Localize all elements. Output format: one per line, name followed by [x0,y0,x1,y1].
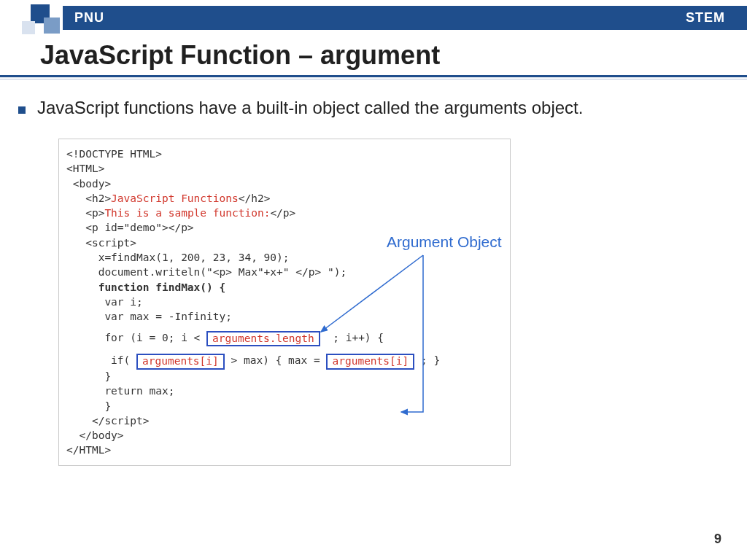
slide-title: JavaScript Function – argument [40,40,440,71]
code-line: } [66,399,500,413]
page-number: 9 [714,532,721,547]
title-underline-thin [0,79,747,79]
code-line: return max; [66,384,500,398]
code-line: <!DOCTYPE HTML> [66,147,500,161]
title-underline [0,75,747,77]
bullet-icon [18,106,26,114]
code-line: var max = -Infinity; [66,309,500,324]
code-line: function findMax() { [66,280,500,295]
bullet-text: JavaScript functions have a built-in obj… [37,98,583,118]
code-line: document.writeln("<p> Max"+x+" </p> "); [66,265,500,279]
code-block: <!DOCTYPE HTML> <HTML> <body> <h2>JavaSc… [58,139,511,466]
code-line: } [66,369,500,384]
code-line: </body> [66,428,500,443]
code-line: x=findMax(1, 200, 23, 34, 90); [66,250,500,265]
code-line: for (i = 0; i < arguments.length ; i++) … [66,330,500,346]
header-bar: PNU STEM [63,6,747,30]
header-left: PNU [74,10,104,26]
callout-label: Argument Object [387,233,502,251]
code-line: <p>This is a sample function:</p> [66,206,500,220]
code-line: <h2>JavaScript Functions</h2> [66,191,500,206]
code-line: if( arguments[i] > max) { max = argument… [66,353,500,369]
header-right: STEM [686,10,725,26]
bullet-line: JavaScript functions have a built-in obj… [18,98,725,118]
code-line: </HTML> [66,443,500,457]
code-line: <body> [66,176,500,191]
code-line: <HTML> [66,161,500,176]
deco-squares-icon [22,4,61,34]
code-line: var i; [66,295,500,309]
code-line: </script> [66,413,500,428]
